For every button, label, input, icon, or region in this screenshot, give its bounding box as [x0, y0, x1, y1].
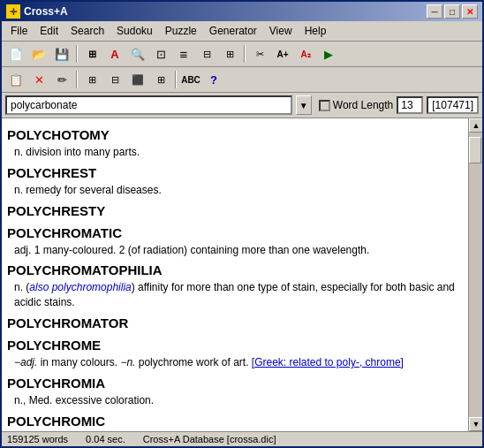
entry-headword: POLYCHROMATIC	[7, 224, 463, 242]
delete-button[interactable]: ✕	[28, 69, 49, 90]
entry-headword: POLYCHROMIC	[7, 412, 463, 430]
paste-button[interactable]: 📋	[5, 69, 26, 90]
word-length-checkbox[interactable]	[319, 100, 330, 111]
word-length-checkbox-area: Word Length	[319, 99, 394, 111]
entry-headword: POLYCHROMATOR	[7, 314, 463, 332]
scroll-down-button[interactable]: ▼	[469, 417, 482, 431]
search-bar: ▼ Word Length 13 [107471]	[2, 93, 482, 118]
list2-button[interactable]: ⊟	[196, 43, 217, 65]
entry-definition: adj. 1 many-coloured. 2 (of radiation) c…	[7, 243, 463, 258]
menu-puzzle[interactable]: Puzzle	[160, 23, 202, 39]
a2-button[interactable]: A₂	[295, 43, 316, 65]
menu-help[interactable]: Help	[299, 23, 332, 39]
toolbar-row-1: 📄 📂 💾 ⊞ A 🔍 ⊡ ≡ ⊟ ⊞ ✂ A+ A₂ ▶	[2, 42, 482, 67]
help-icon-button[interactable]: ?	[203, 69, 224, 90]
menu-sudoku[interactable]: Sudoku	[111, 23, 158, 39]
entry-headword: POLYCHROME	[7, 336, 463, 354]
separator-1	[76, 45, 78, 63]
entry-headword: POLYCHROMATOPHILIA	[7, 261, 463, 279]
count-value: [107471]	[432, 99, 473, 111]
title-buttons: ─ □ ✕	[427, 4, 478, 19]
content-scroll[interactable]: POLYCHOTOMYn. division into many parts.P…	[2, 118, 468, 431]
title-bar: ✛ Cross+A ─ □ ✕	[2, 2, 482, 21]
entry-definition: n. (also polychromophilia) affinity for …	[7, 280, 463, 310]
letter-button[interactable]: A	[104, 43, 125, 65]
word-count: 159125 words	[7, 434, 68, 444]
grid6-button[interactable]: ⊞	[150, 69, 171, 90]
menu-search[interactable]: Search	[65, 23, 110, 39]
search-dropdown-button[interactable]: ▼	[296, 95, 312, 115]
aplus-button[interactable]: A+	[272, 43, 293, 65]
menu-view[interactable]: View	[264, 23, 298, 39]
scissors-button[interactable]: ✂	[249, 43, 270, 65]
grid5-button[interactable]: ⊟	[104, 69, 125, 90]
open-button[interactable]: 📂	[28, 43, 49, 65]
length-input[interactable]: 13	[397, 96, 423, 114]
menu-generator[interactable]: Generator	[204, 23, 262, 39]
database: Cross+A Database [crossa.dic]	[143, 434, 276, 444]
menu-bar: File Edit Search Sudoku Puzzle Generator…	[2, 21, 482, 42]
new-button[interactable]: 📄	[5, 43, 26, 65]
menu-edit[interactable]: Edit	[34, 23, 64, 39]
entry-headword: POLYCHRESTY	[7, 201, 463, 220]
grid2-button[interactable]: ⊡	[150, 43, 171, 65]
menu-file[interactable]: File	[5, 23, 33, 39]
abc-button[interactable]: ABC	[180, 69, 201, 90]
entry-headword: POLYCHREST	[7, 163, 463, 182]
grid4-button[interactable]: ⊞	[81, 69, 102, 90]
close-button[interactable]: ✕	[462, 4, 478, 19]
window-title: Cross+A	[24, 5, 68, 18]
save-button[interactable]: 💾	[51, 43, 72, 65]
scroll-thumb[interactable]	[469, 137, 481, 163]
play-button[interactable]: ▶	[318, 43, 339, 65]
main-window: ✛ Cross+A ─ □ ✕ File Edit Search Sudoku …	[0, 0, 484, 448]
entry-headword: POLYCHOTOMY	[7, 125, 463, 144]
minimize-button[interactable]: ─	[427, 4, 442, 19]
length-value: 13	[401, 99, 412, 111]
count-box: [107471]	[427, 96, 479, 114]
entry-definition: −adj. in many colours. −n. polychrome wo…	[7, 355, 463, 370]
list1-button[interactable]: ≡	[173, 43, 194, 65]
entry-definition: n. remedy for several diseases.	[7, 183, 463, 198]
entry-headword: POLYCHROMIA	[7, 374, 463, 392]
separator-3	[76, 71, 78, 88]
search-button[interactable]: 🔍	[127, 43, 148, 65]
title-bar-left: ✛ Cross+A	[6, 4, 68, 19]
entry-definition: n. division into many parts.	[7, 145, 463, 160]
separator-4	[175, 71, 177, 88]
separator-2	[244, 45, 246, 63]
black-button[interactable]: ⬛	[127, 69, 148, 90]
entry-definition: n., Med. excessive coloration.	[7, 393, 463, 408]
word-length-section: Word Length 13 [107471]	[319, 96, 479, 114]
scroll-up-button[interactable]: ▲	[469, 118, 482, 133]
search-input[interactable]	[5, 95, 292, 115]
edit-button[interactable]: ✏	[51, 69, 72, 90]
word-length-label: Word Length	[333, 99, 394, 111]
scrollbar: ▲ ▼	[468, 118, 482, 431]
grid1-button[interactable]: ⊞	[81, 43, 102, 65]
content-area: POLYCHOTOMYn. division into many parts.P…	[2, 118, 482, 431]
toolbar-row-2: 📋 ✕ ✏ ⊞ ⊟ ⬛ ⊞ ABC ?	[2, 67, 482, 93]
time: 0.04 sec.	[86, 434, 125, 444]
grid3-button[interactable]: ⊞	[219, 43, 240, 65]
app-icon: ✛	[6, 4, 20, 19]
maximize-button[interactable]: □	[444, 4, 460, 19]
status-bar: 159125 words 0.04 sec. Cross+A Database …	[2, 431, 482, 446]
scroll-track[interactable]	[469, 133, 482, 417]
